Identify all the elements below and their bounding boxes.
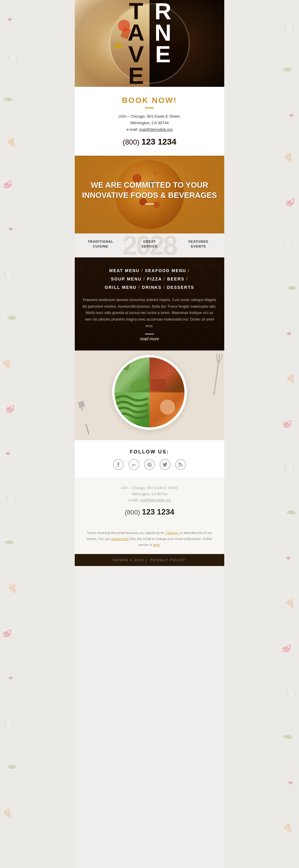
letter-n: N [150,22,176,43]
social-icons: g+ [81,459,218,470]
decor-icon-r1: 🍽️ [284,24,295,34]
footer-address-text: USA – Chicago, 901 Easte E Street, Wilmi… [81,485,218,503]
footer-address-section: USA – Chicago, 901 Easte E Street, Wilmi… [75,477,224,524]
decor-icon-12: 🍽️ [6,494,16,504]
brand-name: TAVERN [112,558,128,562]
feature-divider-1 [125,240,125,251]
decor-icon-r6: 🍽️ [283,240,293,249]
address-line2: Wilmington, CA 90744 [130,121,169,125]
decor-icon-19: 🍕 [2,808,12,818]
committed-text: WE ARE COMMITTED TO YOUR INNOVATIVE FOOD… [75,171,224,218]
decor-icon-r19: 🍕 [282,823,293,833]
decor-icon-1: 🍷 [4,15,15,25]
footer-email-label: e-mail: [128,498,139,502]
decor-icon-16: 🍷 [5,674,16,683]
book-now-section: BOOK NOW! USA – Chicago, 901 Easte E Str… [75,87,224,156]
right-side-pattern: 🍽️ 🥗 🍷 🍕 🥩 🍽️ 🥗 🍷 🍕 🥩 🍽️ 🥗 🍷 🍕 🥩 🍽️ 🥗 🍷 … [224,0,299,868]
decor-icon-4: 🍕 [6,138,16,148]
pinterest-icon[interactable] [144,459,155,470]
rss-icon[interactable] [175,459,186,470]
decor-icon-r11: 🍽️ [284,464,295,474]
email-link[interactable]: mail@demolink.org [139,127,172,132]
left-side-pattern: 🍷 🍽️ 🥗 🍕 🥩 🍷 🍽️ 🥗 🍕 🥩 🍷 🍽️ 🥗 🍕 🥩 🍷 🍽️ 🥗 … [0,0,75,868]
decor-icon-r3: 🍷 [286,111,297,121]
decor-icon-13: 🥗 [4,539,15,549]
decor-icon-r14: 🍕 [285,599,295,609]
decor-icon-r18: 🍷 [285,778,296,788]
feature-label-1: TRADITIONAL CUISINE [78,240,124,249]
decor-icon-r2: 🥗 [282,66,292,76]
footer-phone: (800) 123 1234 [81,507,218,517]
decor-icon-5: 🥩 [2,180,13,189]
food-collage [75,350,224,440]
decor-icon-r9: 🍕 [286,374,296,384]
hero-section: T R A N V E E [75,0,224,87]
copyright-year: © 2018 [130,558,144,562]
decor-icon-15: 🥩 [2,628,12,639]
legal-section: You're receiving this email because you … [75,524,224,554]
footer-address-line1: USA – Chicago, 901 Easte E Street, [121,486,178,490]
committed-divider [145,204,154,205]
legal-link-unsubscribe[interactable]: unsubscribe [111,537,129,540]
facebook-icon[interactable] [113,459,124,470]
decor-icon-18: 🥗 [7,763,18,773]
letter-a: A [123,22,150,43]
follow-title: FOLLOW US: [81,449,218,455]
feature-divider-2 [174,240,174,251]
decor-icon-r12: 🥗 [286,509,297,519]
decor-icon-r10: 🥩 [282,419,292,429]
decor-icon-17: 🍽️ [3,718,14,728]
menu-section: MEAT MENU / SEAFOOD MENU / SOUP MENU / P… [75,257,224,350]
feature-label-2: GREAT SERVICE [127,240,172,249]
decor-icon-r13: 🍷 [283,554,294,564]
decor-icon-2: 🍽️ [7,54,18,64]
features-section: 2028 TRADITIONAL CUISINE GREAT SERVICE F… [75,234,224,257]
separator: | [145,558,147,562]
follow-section: FOLLOW US: g+ [75,440,224,477]
legal-text-after-link2: from this email or change your email not… [129,537,212,547]
decor-icon-9: 🍕 [1,359,12,369]
decor-icon-r8: 🍷 [284,329,294,339]
letter-e: E [123,65,150,87]
email-label: e-mail: [127,127,138,132]
menu-description: Praesent vestibulum aenean nonummy endre… [82,297,217,329]
twitter-icon[interactable] [160,459,170,470]
decor-icon-r17: 🥗 [283,733,293,743]
book-now-title: BOOK NOW! [81,96,218,105]
feature-featured-events: FEATURED EVENTS [175,240,221,251]
menu-links-text: MEAT MENU / SEAFOOD MENU / SOUP MENU / P… [82,267,217,291]
bottom-bar: TAVERN © 2018 | PRIVACY POLICY [75,554,224,566]
decor-icon-r15: 🥩 [281,644,292,653]
email-container: T R A N V E E BOOK NOW! USA – Chicago, 9… [75,0,224,868]
legal-link-tavern[interactable]: «Tavern» [165,531,179,534]
decor-icon-6: 🍷 [5,224,16,235]
feature-label-3: FEATURED EVENTS [175,240,221,249]
decor-icon-r16: 🍽️ [287,688,297,698]
footer-phone-prefix: (800) [125,508,140,516]
footer-phone-digits: 123 1234 [142,507,174,516]
feature-traditional-cuisine: TRADITIONAL CUISINE [78,240,124,251]
decor-icon-11: 🍷 [3,449,13,459]
letter-r: R [150,0,176,22]
committed-section: WE ARE COMMITTED TO YOUR INNOVATIVE FOOD… [75,156,224,234]
google-plus-icon[interactable]: g+ [129,459,139,470]
decor-icon-10: 🥩 [5,404,15,414]
decor-icon-7: 🍽️ [4,269,14,279]
letter-empty [150,65,176,87]
privacy-policy-link[interactable]: PRIVACY POLICY [150,558,186,562]
google-plus-label: g+ [132,463,136,466]
committed-title: WE ARE COMMITTED TO YOUR INNOVATIVE FOOD… [81,180,218,200]
svg-point-6 [178,465,180,467]
footer-address-line2: Wilmington, CA 90744 [132,492,167,496]
address-text: USA – Chicago, 901 Easte E Street, Wilmi… [81,113,218,133]
footer-email-link[interactable]: mail@demolink.org [140,498,171,502]
bottom-bar-text: TAVERN © 2018 | PRIVACY POLICY [81,558,218,562]
taverne-letters-grid: T R A N V E E [123,0,176,87]
legal-link-here[interactable]: here [153,543,160,547]
decor-icon-8: 🥗 [7,314,17,324]
svg-rect-0 [85,423,90,435]
menu-links: MEAT MENU / SEAFOOD MENU / SOUP MENU / P… [82,267,217,291]
decor-icon-3: 🥗 [3,96,13,106]
read-more-link[interactable]: read more [140,336,159,341]
legal-text-end: . [160,543,161,547]
